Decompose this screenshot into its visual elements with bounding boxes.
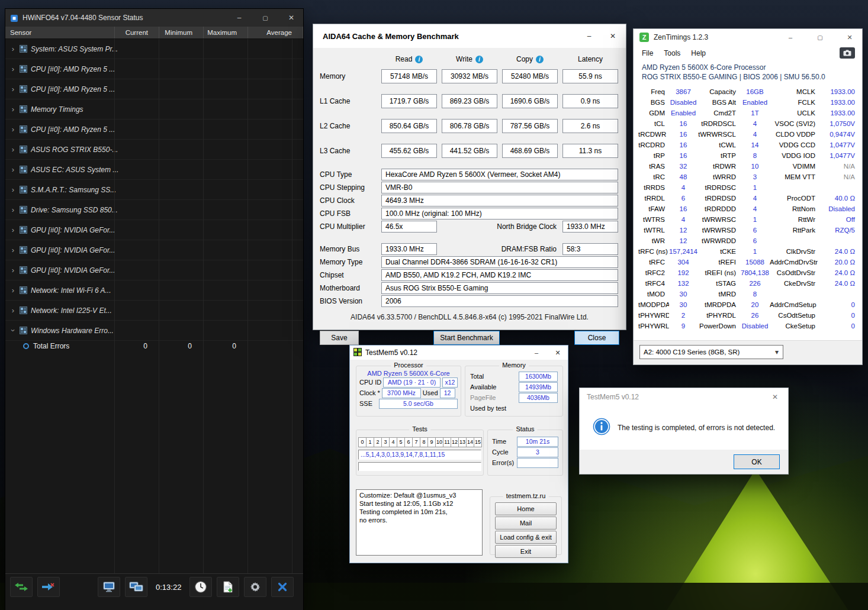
chevron-right-icon[interactable]: [10, 44, 16, 53]
sensor-group-row[interactable]: Memory Timings: [5, 99, 303, 120]
info-icon[interactable]: [536, 56, 544, 63]
chevron-right-icon[interactable]: [10, 64, 16, 73]
close-button[interactable]: [763, 389, 787, 405]
report-button[interactable]: [217, 577, 239, 597]
close-button[interactable]: [601, 27, 625, 45]
column-header-current[interactable]: Current: [115, 27, 159, 38]
maximize-button[interactable]: [255, 10, 276, 25]
home-button[interactable]: Home: [495, 502, 557, 515]
benchmark-read-value: 455.62 GB/s: [381, 144, 437, 158]
close-button[interactable]: [837, 29, 862, 46]
sensor-table-header: Sensor Current Minimum Maximum Average: [5, 27, 303, 39]
sensor-group-label: Network: Intel I225-V Et...: [31, 306, 112, 315]
sensor-group-row[interactable]: CPU [#0]: AMD Ryzen 5 ...: [5, 120, 303, 140]
report-add-icon: [223, 581, 233, 593]
timing-row: tMODPDA 30 tMRDPDA 20 AddrCmdSetup 0: [638, 299, 857, 310]
sensor-group-row[interactable]: CPU [#0]: AMD Ryzen 5 ...: [5, 59, 303, 79]
info-value: Asus ROG Strix B550-E Gaming: [381, 282, 618, 294]
ok-button[interactable]: OK: [734, 454, 780, 469]
sensor-group-row[interactable]: S.M.A.R.T.: Samsung SS...: [5, 180, 303, 200]
chevron-right-icon[interactable]: [10, 185, 16, 194]
sse-value: 5.0 sec/Gb: [379, 399, 458, 409]
chevron-right-icon[interactable]: [10, 246, 16, 254]
chevron-right-icon[interactable]: [10, 225, 16, 234]
minimize-button[interactable]: [528, 346, 545, 359]
minimize-button[interactable]: [229, 10, 250, 25]
hwinfo-titlebar[interactable]: HWiNFO64 v7.04-4480 Sensor Status: [5, 9, 303, 27]
column-divider: [114, 39, 115, 573]
sensor-group-row[interactable]: ASUS ROG STRIX B550-...: [5, 140, 303, 160]
column-divider: [292, 39, 292, 573]
sensor-group-row[interactable]: Network: Intel I225-V Et...: [5, 301, 303, 321]
chevron-right-icon[interactable]: [10, 286, 16, 295]
swap-columns-button[interactable]: [10, 577, 33, 597]
mail-button[interactable]: Mail: [495, 517, 557, 530]
chevron-right-icon[interactable]: [10, 205, 16, 214]
chevron-right-icon[interactable]: [10, 145, 16, 154]
chevron-down-icon[interactable]: [771, 347, 782, 357]
sensor-group-row[interactable]: GPU [#0]: NVIDIA GeFor...: [5, 260, 303, 280]
maximize-button[interactable]: [808, 29, 832, 46]
info-icon[interactable]: [415, 56, 423, 63]
dimm-select[interactable]: A2: 4000 C19 Series (8GB, SR): [639, 345, 783, 359]
testmem5-titlebar[interactable]: TestMem5 v0.12: [350, 346, 568, 360]
close-benchmark-button[interactable]: Close: [574, 331, 619, 345]
test-number-cell: 6: [404, 437, 413, 447]
clock-value: 3700 MHz: [382, 388, 421, 398]
exit-button[interactable]: Exit: [495, 545, 557, 558]
sensor-group-row[interactable]: GPU [#0]: NVIDIA GeFor...: [5, 240, 303, 260]
column-header-minimum[interactable]: Minimum: [159, 27, 204, 38]
column-header-sensor[interactable]: Sensor: [5, 27, 115, 38]
settings-button[interactable]: [244, 577, 266, 597]
test-log[interactable]: Customize: Default @1usmus_v3 Start test…: [356, 489, 483, 556]
chevron-down-icon[interactable]: [9, 328, 18, 334]
column-header-maximum[interactable]: Maximum: [204, 27, 248, 38]
sensor-group-row[interactable]: Network: Intel Wi-Fi 6 A...: [5, 280, 303, 301]
timing-label: CkeSetup: [770, 322, 819, 330]
exit-button[interactable]: [271, 577, 294, 597]
sensor-icon: [20, 186, 27, 193]
save-button[interactable]: Save: [320, 331, 359, 345]
dialog-titlebar[interactable]: TestMem5 v0.12: [580, 388, 788, 406]
status-group-legend: Status: [513, 425, 537, 433]
errors-label: Error(s): [492, 459, 517, 466]
minimize-button[interactable]: [778, 29, 803, 46]
load-config-exit-button[interactable]: Load config & exit: [495, 531, 557, 544]
remote-monitor-button[interactable]: [125, 577, 147, 597]
total-errors-row[interactable]: Total Errors 0 0 0: [5, 341, 303, 351]
timing-value: 1,0477V: [819, 152, 857, 159]
aida-titlebar[interactable]: AIDA64 Cache & Memory Benchmark: [313, 24, 626, 48]
chevron-right-icon[interactable]: [10, 165, 16, 174]
menu-file[interactable]: File: [637, 47, 658, 59]
timing-label: tWRRD: [697, 173, 740, 180]
chevron-right-icon[interactable]: [10, 266, 16, 275]
chevron-right-icon[interactable]: [10, 85, 16, 93]
monitor-view-button[interactable]: [98, 577, 120, 597]
screenshot-button[interactable]: [840, 47, 855, 59]
chevron-right-icon[interactable]: [10, 306, 16, 315]
sensor-group-row-expanded[interactable]: Windows Hardware Erro...: [5, 321, 303, 341]
sensor-group-row[interactable]: ASUS EC: ASUS System ...: [5, 160, 303, 180]
close-button[interactable]: [281, 10, 302, 25]
sensor-group-row[interactable]: CPU [#0]: AMD Ryzen 5 ...: [5, 79, 303, 99]
menu-tools[interactable]: Tools: [659, 47, 685, 59]
sensor-group-row[interactable]: Drive: Samsung SSD 850...: [5, 200, 303, 220]
info-icon[interactable]: [475, 56, 483, 63]
menu-help[interactable]: Help: [686, 47, 711, 59]
zentimings-titlebar[interactable]: Z ZenTimings 1.2.3: [634, 29, 862, 46]
system-info-list-2: Memory Type Dual Channel DDR4-3866 SDRAM…: [320, 256, 619, 307]
timing-row: Freq 3867 Capacity 16GB MCLK 1933.00: [638, 86, 857, 97]
chevron-right-icon[interactable]: [10, 105, 16, 114]
benchmark-row-label: L1 Cache: [320, 97, 377, 105]
timing-label: ProcODT: [770, 195, 819, 202]
chevron-right-icon[interactable]: [10, 125, 16, 134]
sensor-group-row[interactable]: System: ASUS System Pr...: [5, 39, 303, 59]
sensor-group-row[interactable]: GPU [#0]: NVIDIA GeFor...: [5, 220, 303, 240]
clock-button[interactable]: [189, 577, 212, 597]
column-header-average[interactable]: Average: [248, 27, 303, 38]
timing-label: tPHYWRD: [638, 312, 669, 319]
close-button[interactable]: [549, 346, 567, 359]
minimize-button[interactable]: [577, 27, 601, 45]
start-benchmark-button[interactable]: Start Benchmark: [433, 331, 500, 345]
remove-sensor-button[interactable]: [37, 577, 60, 597]
